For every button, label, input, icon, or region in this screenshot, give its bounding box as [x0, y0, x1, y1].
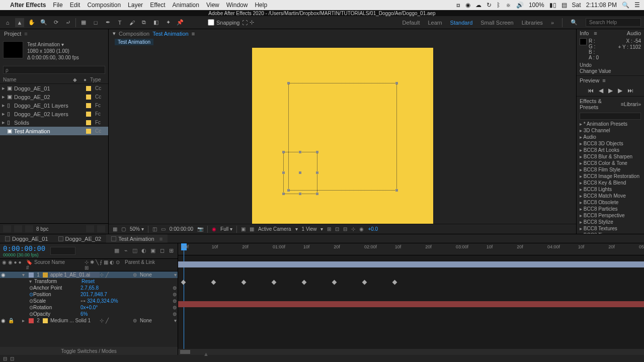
transp-icon[interactable]: ▦ — [250, 226, 254, 232]
prop-opacity[interactable]: ⊙Opacity6%⊚ — [0, 311, 178, 317]
effects-category[interactable]: BCC8 3D Objects — [577, 140, 644, 147]
effects-category[interactable]: BCC8 Image Restoration — [577, 173, 644, 179]
zoom-tool[interactable]: 🔍 — [39, 18, 48, 27]
comp-name[interactable]: Test Animation ▾ — [27, 41, 79, 48]
trash-icon[interactable] — [97, 225, 105, 232]
ws-libraries[interactable]: Libraries — [522, 20, 543, 26]
effects-category[interactable]: BCC8 Time — [577, 232, 644, 234]
snapping-toggle[interactable]: Snapping ⛶ ⊹ — [208, 19, 254, 26]
new-comp-icon[interactable] — [14, 225, 22, 232]
comp-mini-icon[interactable]: ▦ — [113, 247, 120, 254]
prop-rotation[interactable]: ⊙Rotation0x+0.0°⊚ — [0, 304, 178, 311]
interpret-icon[interactable] — [3, 225, 11, 232]
keyframe[interactable] — [272, 280, 277, 285]
first-frame-icon[interactable]: ⏮ — [588, 87, 594, 94]
effects-category[interactable]: BCC8 Key & Blend — [577, 179, 644, 186]
handle[interactable] — [316, 171, 318, 174]
ws-more-icon[interactable]: » — [551, 20, 554, 26]
twirl-icon[interactable]: ▾ — [22, 272, 27, 278]
puppet-tool[interactable]: 📌 — [176, 18, 185, 27]
comp-canvas[interactable] — [252, 48, 433, 224]
effects-category[interactable]: BCC8 Match Move — [577, 193, 644, 199]
project-item[interactable]: ▸▯Doggo_AE_01 LayersFc — [0, 101, 108, 110]
parent-dropdown[interactable]: None — [140, 272, 174, 278]
nav-start-handle[interactable] — [180, 350, 190, 354]
transform-header[interactable]: ▾ Transform Reset — [0, 278, 178, 285]
keyframe[interactable] — [181, 280, 186, 285]
effects-category[interactable]: BCC8 Obsolete — [577, 199, 644, 206]
handle-tl[interactable] — [287, 82, 290, 84]
prev-frame-icon[interactable]: ◀ — [599, 87, 603, 94]
next-frame-icon[interactable]: ▶ — [618, 87, 622, 94]
timeline-tab[interactable]: Doggo_AE_01 — [0, 234, 53, 243]
handle[interactable] — [316, 151, 318, 153]
handle-tr[interactable] — [395, 82, 398, 84]
timeline-tab[interactable]: Doggo_AE_02 — [53, 234, 107, 243]
effects-tab[interactable]: Effects & Presets — [580, 98, 619, 110]
play-icon[interactable]: ▶ — [608, 87, 613, 94]
handle[interactable] — [299, 171, 301, 174]
effects-category[interactable]: * Animation Presets — [577, 121, 644, 127]
guide-icon[interactable]: ◉ — [359, 226, 364, 232]
col-parent[interactable]: Parent & Link — [125, 259, 176, 270]
project-item[interactable]: ▸▯Doggo_AE_02 LayersFc — [0, 110, 108, 118]
snap-opt2-icon[interactable]: ⊹ — [250, 19, 254, 26]
roi-icon[interactable]: ▣ — [241, 226, 246, 232]
effects-category[interactable]: 3D Channel — [577, 127, 644, 134]
eraser-tool[interactable]: ◧ — [151, 18, 160, 27]
brush-tool[interactable]: 🖌 — [127, 18, 136, 27]
home-icon[interactable]: ⌂ — [3, 18, 12, 27]
battery-icon[interactable]: ▮▯ — [549, 2, 556, 9]
libraries-tab[interactable]: Librari — [624, 102, 638, 107]
handle[interactable] — [282, 151, 285, 153]
current-timecode[interactable]: 0:00:00:00 — [3, 244, 45, 252]
lock-icon[interactable]: 🔒 — [8, 318, 22, 323]
menu-animation[interactable]: Animation — [173, 2, 199, 9]
handle[interactable] — [282, 193, 285, 195]
keyframe[interactable] — [211, 280, 216, 285]
effects-category[interactable]: BCC8 Stylize — [577, 219, 644, 225]
effects-category[interactable]: BCC8 Perspective — [577, 212, 644, 219]
cloud-icon[interactable]: ☁ — [475, 2, 481, 9]
effects-category[interactable]: BCC8 Blur & Sharpen — [577, 153, 644, 160]
pixel-icon[interactable]: ⊞ — [327, 226, 331, 232]
label-color[interactable] — [29, 318, 34, 323]
switches[interactable]: ⊹╱ — [100, 272, 133, 278]
handle[interactable] — [282, 171, 285, 174]
views-dropdown[interactable]: 1 View — [302, 226, 317, 232]
menu-view[interactable]: View — [206, 2, 219, 9]
status-icon2[interactable]: ⊡ — [10, 356, 14, 361]
menu-effect[interactable]: Effect — [150, 2, 165, 9]
keyframe[interactable] — [302, 280, 307, 285]
stopwatch-icon[interactable]: ⊙ — [29, 311, 33, 317]
effects-category[interactable]: BCC8 Particles — [577, 206, 644, 212]
timeline-tab[interactable]: Test Animation≡ — [106, 234, 168, 243]
parent-pick-icon[interactable]: ⊚ — [133, 318, 140, 323]
menu-icon[interactable]: ☰ — [634, 2, 640, 9]
keyframe[interactable] — [392, 280, 397, 285]
clone-tool[interactable]: ⧉ — [139, 18, 148, 27]
stopwatch-icon[interactable]: ⊙ — [29, 298, 33, 304]
reset-link[interactable]: Reset — [82, 279, 95, 284]
shy-icon[interactable]: ⌁ — [122, 247, 129, 254]
col-name[interactable]: Name — [3, 77, 70, 82]
effects-list[interactable]: * Animation Presets3D ChannelAudioBCC8 3… — [577, 121, 644, 234]
layer-bar[interactable] — [178, 301, 644, 307]
type-tool[interactable]: T — [115, 18, 124, 27]
volume-icon[interactable]: 🔊 — [516, 2, 524, 9]
effects-category[interactable]: BCC8 Textures — [577, 225, 644, 232]
alpha-icon[interactable]: ▦ — [113, 226, 117, 232]
tab-info[interactable]: Info — [580, 30, 589, 36]
keyframe[interactable] — [332, 280, 337, 285]
pen-tool[interactable]: ✒ — [103, 18, 112, 27]
footer-timecode[interactable]: 0:00:00:00 — [170, 226, 193, 232]
search-help-input[interactable] — [586, 18, 641, 27]
visibility-icon[interactable]: ◉ — [1, 318, 8, 323]
new-folder-icon[interactable] — [86, 225, 94, 232]
effects-category[interactable]: BCC8 Film Style — [577, 166, 644, 173]
panel-menu-icon[interactable]: ≡ — [24, 31, 27, 37]
handle[interactable] — [299, 193, 301, 195]
sub-element-box[interactable] — [283, 152, 317, 194]
layer-row[interactable]: ◉ ▾ 1 apple 1_AE_01.ai ⊹╱ ⊚ None▾ — [0, 272, 178, 278]
orbit-tool[interactable]: ⟳ — [51, 18, 60, 27]
